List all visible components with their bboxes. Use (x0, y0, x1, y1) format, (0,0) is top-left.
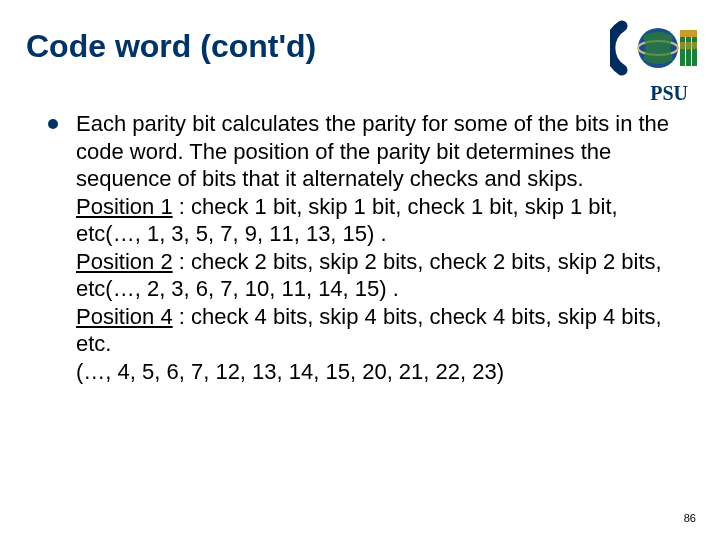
position-2-label: Position 2 (76, 249, 173, 274)
page-number: 86 (684, 512, 696, 524)
intro-text: Each parity bit calculates the parity fo… (76, 111, 669, 191)
bullet-item: Each parity bit calculates the parity fo… (48, 110, 672, 385)
psu-label: PSU (650, 82, 688, 105)
bullet-dot-icon (48, 119, 58, 129)
slide: Code word (cont'd) PSU Each parity bit c… (0, 0, 720, 540)
bullet-text: Each parity bit calculates the parity fo… (76, 110, 672, 385)
position-4-label: Position 4 (76, 304, 173, 329)
slide-title: Code word (cont'd) (26, 28, 316, 65)
position-1-label: Position 1 (76, 194, 173, 219)
svg-rect-6 (680, 42, 697, 49)
psu-logo (610, 18, 700, 78)
tail-text: (…, 4, 5, 6, 7, 12, 13, 14, 15, 20, 21, … (76, 359, 504, 384)
svg-rect-5 (680, 30, 697, 37)
